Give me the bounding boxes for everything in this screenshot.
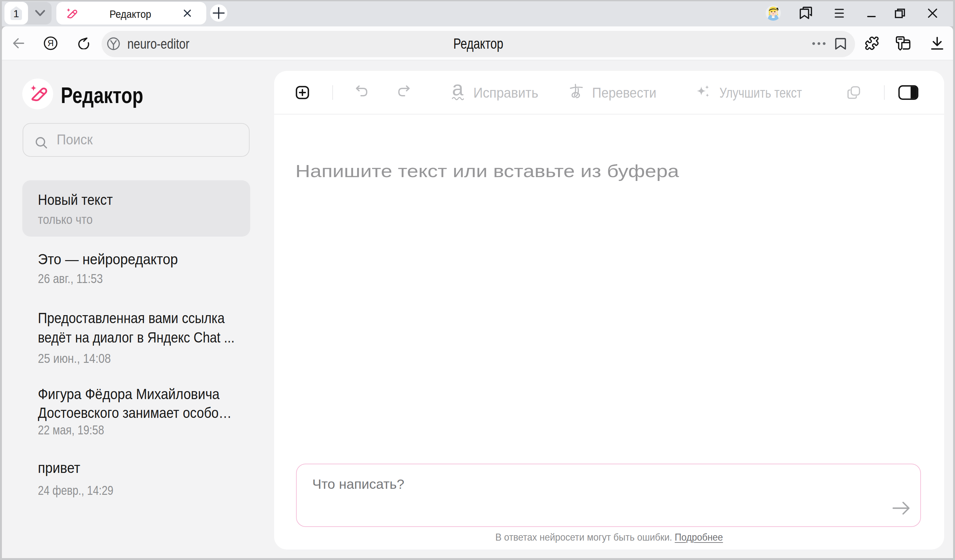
svg-text:Я: Я <box>47 39 54 48</box>
